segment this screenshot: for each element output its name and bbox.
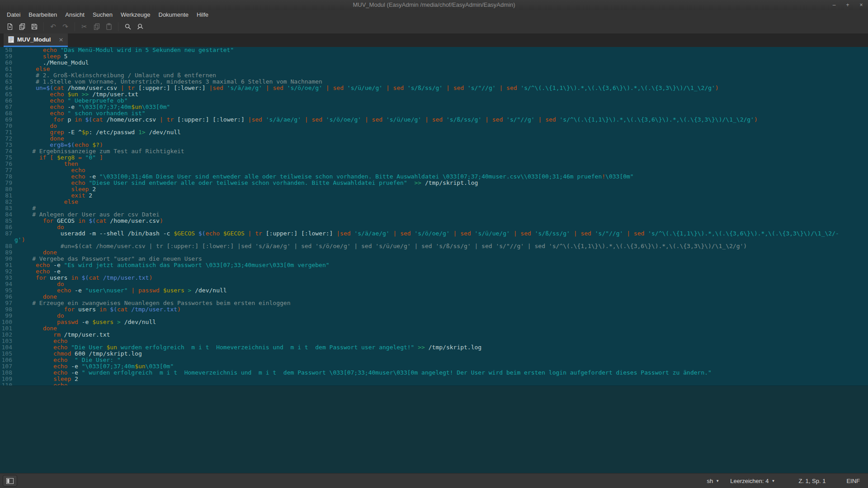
line-number: 62: [0, 72, 14, 79]
line-number: 95: [0, 287, 14, 294]
code-text: echo "Diese User sind entweder alle oder…: [14, 180, 478, 186]
line-number: 82: [0, 199, 14, 205]
code-text: echo "Das Menü-Modul wird in 5 Sekunden …: [14, 47, 234, 53]
code-line: 59 sleep 5: [0, 53, 868, 60]
code-line: 109 sleep 2: [0, 376, 868, 382]
code-line: 73 erg8=$(echo $?): [0, 142, 868, 148]
code-text: rm /tmp/user.txt: [14, 332, 110, 338]
side-panel-toggle-button[interactable]: [3, 475, 17, 487]
menu-hilfe[interactable]: Hilfe: [193, 11, 212, 19]
menu-bearbeiten[interactable]: Bearbeiten: [24, 11, 61, 19]
maximize-button[interactable]: +: [844, 0, 851, 10]
code-text: sleep 5: [14, 53, 67, 60]
open-documents-button[interactable]: [16, 21, 28, 33]
language-label: sh: [707, 478, 713, 484]
window-title: MUV_Modul (EasyAdmin /media/chof/EasyAdm…: [353, 1, 515, 8]
line-number: 79: [0, 180, 14, 186]
redo-icon: ↷: [62, 23, 68, 31]
find-button[interactable]: [122, 21, 134, 33]
save-button[interactable]: [28, 21, 40, 33]
code-line: 108 echo -e " wurden erfolgreich m i t H…: [0, 370, 868, 376]
code-text: echo " schon vorhanden ist": [14, 110, 146, 117]
code-text: echo " Die User: ": [14, 357, 121, 363]
code-line: 81 exit 2: [0, 192, 868, 199]
cut-button: ✂: [78, 21, 90, 33]
insert-mode-indicator: EINF: [844, 477, 863, 485]
tab-muv-modul[interactable]: MUV_Modul ×: [4, 33, 68, 47]
code-line: 68 echo " schon vorhanden ist": [0, 110, 868, 117]
new-document-button[interactable]: [4, 21, 16, 33]
code-line: 70 do: [0, 123, 868, 129]
find-icon: [124, 23, 132, 30]
cursor-position: Z. 1, Sp. 1: [796, 477, 828, 485]
code-text: echo: [14, 382, 67, 385]
tab-width-selector[interactable]: Leerzeichen: 4 ▼: [727, 477, 778, 485]
code-line: 110 echo: [0, 382, 868, 385]
code-text: echo -e "\033[07;37;40m$un\033[0m": [14, 104, 170, 110]
menu-datei[interactable]: Datei: [3, 11, 24, 19]
minimize-button[interactable]: –: [831, 0, 837, 10]
paste-button: [103, 21, 115, 33]
code-line: 93 for users in $(cat /tmp/user.txt): [0, 275, 868, 281]
code-text: echo " Ueberpruefe ob": [14, 98, 127, 104]
titlebar: MUV_Modul (EasyAdmin /media/chof/EasyAdm…: [0, 0, 868, 10]
code-line: 101 done: [0, 325, 868, 332]
line-number: 61: [0, 66, 14, 72]
code-text: do: [14, 224, 64, 230]
code-line: 107 echo -e "\033[07;37;40m$un\033[0m": [0, 363, 868, 370]
find-replace-button[interactable]: [134, 21, 146, 33]
tab-close-icon[interactable]: ×: [58, 36, 63, 43]
code-line: 88 #un=$(cat /home/user.csv | tr [:upper…: [0, 243, 868, 249]
tab-width-label: Leerzeichen: 4: [730, 478, 769, 484]
line-number: 94: [0, 281, 14, 287]
code-editor[interactable]: 58 echo "Das Menü-Modul wird in 5 Sekund…: [0, 47, 868, 385]
code-line: 64 un=$(cat /home/user.csv | tr [:upper:…: [0, 85, 868, 91]
cut-icon: ✂: [81, 23, 87, 31]
code-line: 76 then: [0, 161, 868, 167]
code-text: then: [14, 161, 78, 167]
close-button[interactable]: ×: [858, 0, 864, 10]
language-selector[interactable]: sh ▼: [704, 477, 722, 485]
side-panel-icon: [6, 478, 14, 484]
code-line: 71 grep -E ^$p: /etc/passwd 1> /dev/null: [0, 129, 868, 136]
code-line: 78 echo -e "\033[00;31;46m Diese User si…: [0, 174, 868, 180]
code-line: 58 echo "Das Menü-Modul wird in 5 Sekund…: [0, 47, 868, 53]
menu-suchen[interactable]: Suchen: [89, 11, 117, 19]
line-number: 102: [0, 332, 14, 338]
code-text: # Erzeuge ein zwangweises Neuanlegen des…: [14, 300, 291, 306]
code-text: sleep 2: [14, 376, 78, 382]
line-number: 85: [0, 218, 14, 224]
line-number: 77: [0, 167, 14, 174]
line-number: 99: [0, 313, 14, 319]
code-line: 75 if [ $erg8 = "0" ]: [0, 155, 868, 161]
code-line: 80 sleep 2: [0, 186, 868, 192]
code-line: 82 else: [0, 199, 868, 205]
code-line: 66 echo " Ueberpruefe ob": [0, 98, 868, 104]
line-number: 68: [0, 110, 14, 117]
menu-werkzeuge[interactable]: Werkzeuge: [117, 11, 155, 19]
code-text: echo -e: [14, 268, 61, 275]
code-line: 61 else: [0, 66, 868, 72]
code-line: 67 echo -e "\033[07;37;40m$un\033[0m": [0, 104, 868, 110]
code-text: echo $un >> /tmp/user.txt: [14, 91, 138, 98]
code-text: # 2. Groß-Kleinschreibung / Umlaute und …: [14, 72, 216, 79]
menu-dokumente[interactable]: Dokumente: [155, 11, 193, 19]
menu-ansicht[interactable]: Ansicht: [61, 11, 89, 19]
line-number: 93: [0, 275, 14, 281]
code-text: else: [14, 199, 78, 205]
code-text: done: [14, 294, 57, 300]
line-number: 91: [0, 262, 14, 268]
line-number: 75: [0, 155, 14, 161]
code-text: echo -e "Es wird jetzt automatisch das P…: [14, 262, 330, 268]
code-text: ./Menue_Modul: [14, 60, 89, 66]
paste-icon: [105, 23, 113, 30]
code-text: echo -e "\033[07;37;40m$un\033[0m": [14, 363, 174, 370]
code-text: erg8=$(echo $?): [14, 142, 103, 148]
line-number: 87: [0, 230, 14, 237]
code-line: 94 do: [0, 281, 868, 287]
code-line: 62 # 2. Groß-Kleinschreibung / Umlaute u…: [0, 72, 868, 79]
line-number: 69: [0, 117, 14, 123]
line-number: 60: [0, 60, 14, 66]
code-text: echo: [14, 167, 85, 174]
chevron-down-icon: ▼: [771, 479, 775, 483]
